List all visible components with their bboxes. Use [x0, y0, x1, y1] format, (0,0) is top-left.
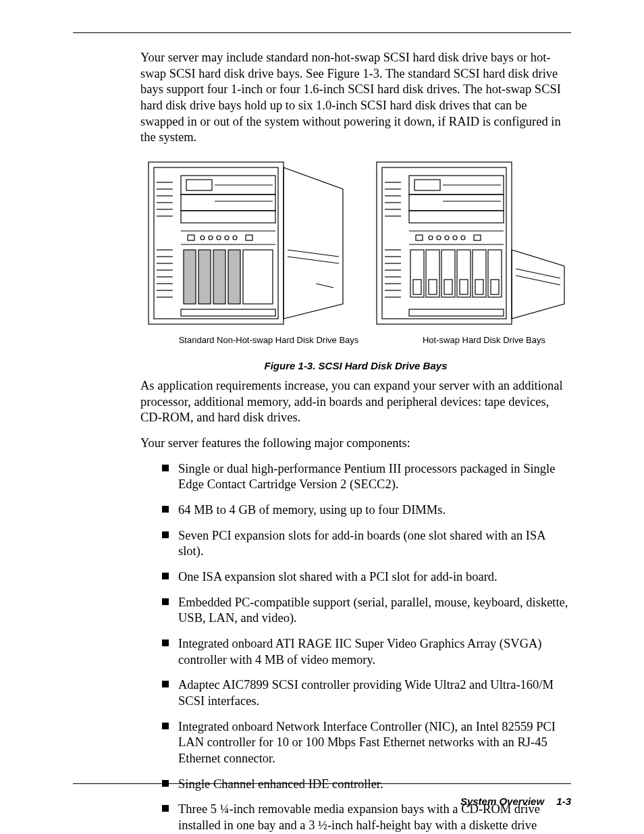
- svg-rect-59: [426, 250, 439, 297]
- svg-rect-62: [444, 280, 452, 294]
- figure-1-3: Standard Non-Hot-swap Hard Disk Drive Ba…: [140, 155, 571, 371]
- list-item: Embedded PC-compatible support (serial, …: [162, 595, 571, 627]
- svg-point-49: [429, 236, 433, 240]
- list-item: Integrated onboard ATI RAGE IIC Super Vi…: [162, 636, 571, 668]
- svg-rect-3: [181, 194, 275, 211]
- svg-point-10: [209, 236, 213, 240]
- svg-line-39: [316, 284, 333, 288]
- figure-label-left: Standard Non-Hot-swap Hard Disk Drive Ba…: [140, 335, 377, 345]
- svg-rect-14: [188, 235, 194, 240]
- svg-rect-69: [409, 309, 504, 316]
- svg-rect-5: [186, 180, 212, 190]
- svg-rect-61: [441, 250, 455, 297]
- svg-point-52: [453, 236, 457, 240]
- svg-rect-21: [243, 250, 273, 304]
- svg-point-50: [437, 236, 441, 240]
- server-diagram-hotswap-icon: [369, 155, 571, 331]
- svg-rect-57: [410, 250, 424, 297]
- list-item: Seven PCI expansion slots for add-in boa…: [162, 528, 571, 560]
- svg-rect-45: [414, 180, 440, 190]
- footer-page-number: 1-3: [556, 796, 571, 807]
- list-item: 64 MB to 4 GB of memory, using up to fou…: [162, 502, 571, 519]
- svg-rect-19: [213, 250, 225, 304]
- svg-rect-54: [416, 235, 423, 240]
- paragraph-1: Your server may include standard non-hot…: [140, 50, 571, 146]
- paragraph-2: As application requirements increase, yo…: [140, 378, 571, 426]
- paragraph-3: Your server features the following major…: [140, 436, 571, 452]
- top-rule: [73, 32, 571, 33]
- svg-point-12: [225, 236, 229, 240]
- page-footer: System Overview 1-3: [460, 796, 571, 807]
- footer-section: System Overview: [460, 796, 544, 807]
- list-item: Single Channel enhanced IDE controller.: [162, 777, 571, 793]
- server-diagram-standard-icon: [140, 155, 356, 331]
- list-item: Adaptec AIC7899 SCSI controller providin…: [162, 677, 571, 709]
- svg-point-53: [461, 236, 465, 240]
- svg-point-13: [233, 236, 237, 240]
- svg-rect-15: [246, 235, 252, 240]
- svg-rect-44: [409, 211, 504, 223]
- svg-point-9: [200, 236, 205, 240]
- svg-rect-60: [429, 280, 437, 294]
- svg-rect-22: [181, 309, 275, 316]
- svg-point-51: [445, 236, 449, 240]
- svg-rect-64: [460, 280, 468, 294]
- svg-rect-20: [228, 250, 240, 304]
- list-item: Integrated onboard Network Interface Con…: [162, 719, 571, 767]
- svg-line-37: [288, 250, 339, 257]
- svg-rect-4: [181, 211, 275, 223]
- figure-caption: Figure 1-3. SCSI Hard Disk Drive Bays: [140, 360, 571, 371]
- list-item: Single or dual high-performance Pentium …: [162, 461, 571, 493]
- svg-rect-55: [474, 235, 481, 240]
- svg-rect-18: [198, 250, 211, 304]
- figure-label-right: Hot-swap Hard Disk Drive Bays: [377, 335, 571, 345]
- svg-rect-68: [491, 280, 499, 294]
- svg-rect-40: [377, 162, 512, 324]
- svg-rect-65: [473, 250, 486, 297]
- list-item: One ISA expansion slot shared with a PCI…: [162, 569, 571, 585]
- svg-rect-67: [488, 250, 502, 297]
- svg-rect-63: [457, 250, 471, 297]
- svg-rect-43: [409, 194, 504, 211]
- svg-line-38: [288, 257, 339, 263]
- svg-rect-66: [475, 280, 483, 294]
- svg-rect-17: [184, 250, 196, 304]
- svg-point-11: [217, 236, 221, 240]
- svg-rect-58: [413, 280, 421, 294]
